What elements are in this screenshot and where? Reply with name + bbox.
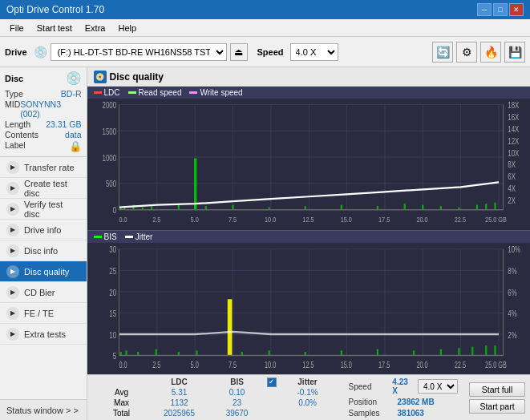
stats-total-row: Total 2025965 39670 (94, 408, 336, 418)
menu-help[interactable]: Help (111, 22, 143, 34)
fe-te-label: FE / TE (24, 309, 54, 318)
drive-info-icon: ▶ (6, 224, 19, 236)
svg-text:2000: 2000 (102, 101, 116, 110)
disc-info-icon: ▶ (6, 244, 19, 257)
disc-type-row: Type BD-R (5, 89, 82, 99)
sidebar-item-disc-info[interactable]: ▶ Disc info (0, 240, 87, 261)
sidebar-item-verify-test-disc[interactable]: ▶ Verify test disc (0, 199, 87, 220)
svg-text:5: 5 (112, 351, 115, 361)
svg-text:0.0: 0.0 (119, 361, 127, 370)
svg-text:6X: 6X (508, 172, 516, 181)
sidebar-item-fe-te[interactable]: ▶ FE / TE (0, 303, 87, 324)
upper-chart-svg: 2000 1500 1000 500 0 18X 16X 14X 12X 10X… (87, 99, 530, 230)
stat-speed-label: Speed (349, 382, 388, 391)
svg-text:4%: 4% (508, 309, 517, 319)
bis-color (94, 236, 102, 238)
burn-button[interactable]: 🔥 (480, 42, 501, 63)
start-full-button[interactable]: Start full (469, 382, 525, 397)
ldc-color (94, 91, 102, 94)
stat-avg-jitter: -0.1% (280, 387, 336, 398)
disc-info-label: Disc info (24, 246, 58, 256)
svg-rect-107 (458, 348, 459, 355)
svg-text:12X: 12X (508, 137, 519, 146)
legend-bis: BIS (94, 232, 117, 241)
svg-text:17.5: 17.5 (378, 215, 390, 224)
sidebar-item-cd-bier[interactable]: ▶ CD Bier (0, 282, 87, 303)
sidebar-item-transfer-rate[interactable]: ▶ Transfer rate (0, 157, 87, 178)
stat-col-bis: BIS (209, 377, 265, 387)
svg-rect-103 (340, 350, 342, 355)
svg-text:2.5: 2.5 (152, 361, 160, 370)
svg-text:7.5: 7.5 (228, 361, 236, 370)
legend-ldc: LDC (94, 88, 120, 97)
stat-avg-label: Avg (94, 387, 150, 398)
disc-mid-value: SONYNN3 (002) (20, 99, 81, 119)
legend-write-speed-label: Write speed (200, 88, 242, 97)
svg-rect-106 (439, 349, 441, 356)
stats-header-row: LDC BIS ✓ Jitter (94, 377, 336, 387)
menu-start-test[interactable]: Start test (30, 22, 79, 34)
svg-text:5.0: 5.0 (190, 215, 198, 224)
window-controls: ─ □ ✕ (477, 3, 524, 16)
read-speed-color (128, 91, 136, 94)
close-button[interactable]: ✕ (509, 3, 524, 16)
speed-select[interactable]: 4.0 X (290, 43, 338, 61)
content-area: 📀 Disc quality LDC Read speed Write spee… (87, 67, 530, 420)
svg-text:6%: 6% (508, 287, 517, 297)
svg-text:18X: 18X (508, 101, 519, 110)
start-part-button[interactable]: Start part (469, 399, 525, 414)
svg-text:15: 15 (109, 309, 116, 319)
verify-test-disc-icon: ▶ (6, 203, 19, 216)
create-test-disc-icon: ▶ (6, 182, 19, 195)
sidebar-item-drive-info[interactable]: ▶ Drive info (0, 220, 87, 240)
stat-max-label: Max (94, 398, 150, 408)
stat-speed-row: Speed 4.23 X 4.0 X (349, 378, 458, 395)
cd-bier-label: CD Bier (24, 288, 55, 297)
svg-rect-60 (485, 204, 487, 209)
disc-panel: Disc 💿 Type BD-R MID SONYNN3 (002) Lengt… (0, 67, 87, 157)
svg-text:22.5: 22.5 (454, 361, 465, 370)
disc-quality-title: Disc quality (110, 71, 164, 83)
drive-selector-container: 💿 (F:) HL-DT-ST BD-RE WH16NS58 TST4 ⏏ (34, 43, 248, 61)
disc-label-row: Label 🔒 (5, 140, 82, 152)
menu-file[interactable]: File (3, 22, 30, 34)
drive-info-label: Drive info (24, 225, 61, 235)
upper-legend: LDC Read speed Write speed (87, 87, 530, 99)
maximize-button[interactable]: □ (493, 3, 508, 16)
stat-total-bis: 39670 (209, 408, 265, 418)
svg-rect-98 (196, 350, 197, 355)
legend-write-speed: Write speed (189, 88, 242, 97)
legend-read-speed: Read speed (128, 88, 182, 97)
lower-chart-svg: 30 25 20 15 10 5 10% 8% 6% 4% 2% (87, 243, 530, 374)
svg-rect-59 (475, 205, 477, 210)
settings-button[interactable]: ⚙ (456, 42, 477, 63)
transfer-rate-icon: ▶ (6, 161, 19, 174)
svg-text:10X: 10X (508, 149, 519, 158)
stat-speed-select[interactable]: 4.0 X (418, 379, 458, 394)
minimize-button[interactable]: ─ (477, 3, 492, 16)
sidebar-item-disc-quality[interactable]: ▶ Disc quality (0, 261, 87, 282)
disc-quality-icon: ▶ (6, 265, 19, 278)
disc-section-icon: 💿 (66, 71, 82, 86)
svg-text:7.5: 7.5 (228, 215, 236, 224)
sidebar-item-create-test-disc[interactable]: ▶ Create test disc (0, 178, 87, 199)
svg-text:17.5: 17.5 (378, 361, 390, 370)
menu-extra[interactable]: Extra (79, 22, 112, 34)
svg-rect-56 (422, 205, 423, 210)
svg-text:8%: 8% (508, 266, 517, 277)
stat-total-jitter (280, 408, 336, 418)
disc-title: Disc (5, 74, 23, 83)
stat-speed-value: 4.23 X (392, 378, 413, 395)
sidebar-item-extra-tests[interactable]: ▶ Extra tests (0, 324, 87, 345)
status-window-button[interactable]: Status window > > (0, 399, 87, 420)
svg-text:2X: 2X (508, 196, 516, 205)
stats-max-row: Max 1132 23 0.0% (94, 398, 336, 408)
svg-text:10%: 10% (508, 244, 520, 255)
save-button[interactable]: 💾 (504, 42, 525, 63)
eject-button[interactable]: ⏏ (230, 43, 248, 61)
stats-bar: LDC BIS ✓ Jitter Avg 5.31 0.10 -0.1% (87, 374, 530, 420)
jitter-checkbox[interactable]: ✓ (267, 378, 277, 387)
drive-select[interactable]: (F:) HL-DT-ST BD-RE WH16NS58 TST4 (51, 43, 227, 61)
refresh-button[interactable]: 🔄 (432, 42, 453, 63)
stat-position-row: Position 23862 MB (349, 398, 458, 406)
